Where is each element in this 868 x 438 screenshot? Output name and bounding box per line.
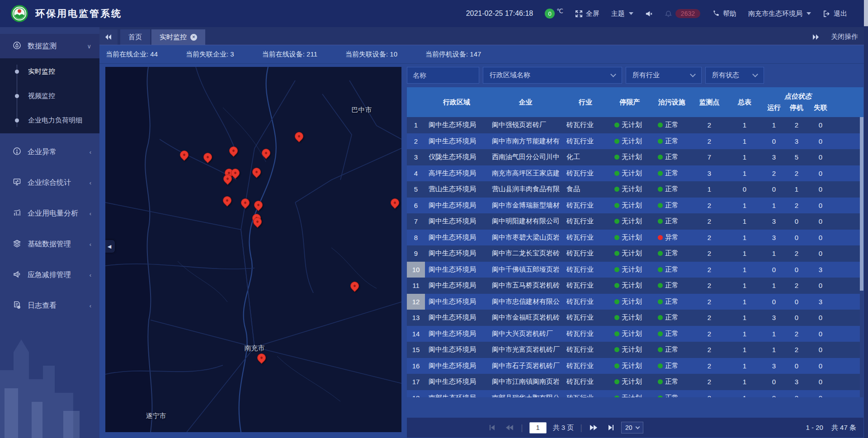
table-row[interactable]: 5 营山生态环境局 营山县润丰肉食品有限 食品 无计划 正常 1 0 0 1 0 [407, 181, 863, 198]
sidebar-item-label: 数据监测 [28, 42, 57, 51]
col-facility: 治污设施 [651, 87, 692, 117]
fullscreen-button[interactable]: 全屏 [575, 9, 599, 18]
table-row[interactable]: 15 阆中生态环境局 阆中市光富页岩机砖厂 砖瓦行业 无计划 正常 2 1 1 … [407, 342, 863, 358]
row-index: 16 [407, 358, 425, 374]
name-search-input[interactable] [407, 67, 479, 84]
status-select[interactable]: 所有状态 [705, 67, 764, 84]
table-row[interactable]: 12 阆中生态环境局 阆中市忠信建材有限公 砖瓦行业 无计划 正常 2 1 0 … [407, 294, 863, 310]
content-area: 巴中市南充市遂宁市 ◀ 行政区域名称 所有行业 所有状态 [99, 64, 868, 438]
row-halt: 5 [785, 153, 808, 161]
row-meter: 1 [726, 170, 763, 177]
notifications-button[interactable]: 2632 [665, 9, 700, 18]
sidebar-subitem[interactable]: 视频监控 [0, 84, 99, 108]
help-button[interactable]: 帮助 [712, 9, 736, 18]
table-row[interactable]: 8 阆中生态环境局 阆中市枣碧大梁山页岩 砖瓦行业 无计划 异常 2 1 3 0… [407, 230, 863, 246]
sidebar-item-7[interactable]: 日志查看 ‹ [0, 293, 99, 318]
table-row[interactable]: 2 阆中生态环境局 阆中市南方节能建材有 砖瓦行业 无计划 正常 2 1 0 3… [407, 133, 863, 150]
table-row[interactable]: 7 阆中生态环境局 阆中明阳建材有限公司 砖瓦行业 无计划 正常 2 1 3 0… [407, 213, 863, 230]
chevron-down-icon [629, 12, 633, 15]
page-number-input[interactable]: 1 [529, 422, 547, 433]
row-index: 14 [407, 326, 425, 342]
org-dropdown[interactable]: 南充市生态环境局 [748, 9, 811, 18]
row-facility-status: 正常 [651, 394, 692, 397]
status-dot-icon [658, 155, 663, 160]
alert-icon [13, 147, 21, 157]
logout-label: 退出 [834, 9, 847, 18]
table-row[interactable]: 6 阆中生态环境局 阆中市金博瑞新型墙材 砖瓦行业 无计划 正常 2 1 1 2… [407, 198, 863, 214]
table-scrollbar[interactable] [860, 117, 863, 397]
row-industry: 砖瓦行业 [563, 137, 608, 146]
table-row[interactable]: 13 阆中生态环境局 阆中市金福旺页岩机砖 砖瓦行业 无计划 正常 2 1 3 … [407, 310, 863, 326]
region-select-value: 行政区域名称 [490, 71, 530, 80]
page-scrollbar-thumb[interactable] [864, 0, 868, 26]
last-page-button[interactable] [605, 423, 615, 433]
table-row[interactable]: 10 阆中生态环境局 阆中千佛镇五郎垭页岩 砖瓦行业 无计划 正常 2 1 0 … [407, 262, 863, 278]
table-row[interactable]: 3 仪陇生态环境局 西南油气田分公司川中 化工 无计划 正常 7 1 3 5 0 [407, 149, 863, 165]
tab-首页[interactable]: 首页 [120, 29, 150, 45]
industry-select[interactable]: 所有行业 [626, 67, 702, 84]
region-select[interactable]: 行政区域名称 [483, 67, 622, 84]
table-scrollbar-thumb[interactable] [860, 117, 863, 291]
prev-page-button[interactable] [505, 423, 514, 433]
row-points: 2 [692, 394, 726, 397]
table-row[interactable]: 18 南部生态环境局 南部县瑞华土陶有限公 砖瓦行业 无计划 正常 2 1 0 … [407, 390, 863, 398]
sidebar-item-label: 企业异常 [28, 147, 57, 157]
col-run: 运行 [763, 104, 785, 112]
close-operations-button[interactable]: 关闭操作 [831, 33, 858, 41]
row-stop-status: 无计划 [608, 362, 651, 370]
sidebar-item-6[interactable]: 应急减排管理 ‹ [0, 263, 99, 287]
page-size-select[interactable]: 20 [621, 422, 643, 433]
sidebar-submenu: 实时监控视频监控企业电力负荷明细 [0, 58, 99, 133]
row-industry: 食品 [563, 185, 608, 193]
tab-实时监控[interactable]: 实时监控✕ [151, 29, 205, 45]
table-row[interactable]: 11 阆中生态环境局 阆中市五马桥页岩机砖 砖瓦行业 无计划 正常 2 1 1 … [407, 278, 863, 294]
row-company: 西南油气田分公司川中 [488, 153, 563, 161]
row-lost: 0 [808, 121, 833, 129]
row-facility-status: 正常 [651, 265, 692, 274]
next-page-button[interactable] [589, 423, 599, 433]
sidebar-item-5[interactable]: 基础数据管理 ‹ [0, 232, 99, 256]
row-halt: 3 [785, 137, 808, 145]
col-lost: 失联 [808, 104, 833, 112]
city-label-遂宁市: 遂宁市 [146, 412, 166, 420]
table-row[interactable]: 17 阆中生态环境局 阆中市江南镇阆南页岩 砖瓦行业 无计划 正常 2 1 0 … [407, 374, 863, 390]
logout-button[interactable]: 退出 [823, 9, 847, 18]
status-dot-icon [614, 379, 619, 384]
row-lost: 0 [808, 282, 833, 289]
row-lost: 0 [808, 202, 833, 209]
sidebar-item-2[interactable]: 企业异常 ‹ [0, 140, 99, 164]
table-row[interactable]: 4 高坪生态环境局 南充市高坪区王家店建 砖瓦行业 无计划 正常 3 1 2 2… [407, 165, 863, 182]
row-meter: 1 [726, 346, 763, 353]
row-industry: 砖瓦行业 [563, 233, 608, 242]
mute-button[interactable] [645, 10, 653, 18]
sidebar-subitem[interactable]: 企业电力负荷明细 [0, 108, 99, 132]
row-industry: 砖瓦行业 [563, 362, 608, 370]
sidebar-item-1[interactable]: 数据监测 ∨ [0, 34, 99, 58]
row-facility-status: 正常 [651, 169, 692, 178]
tab-close-icon[interactable]: ✕ [190, 34, 197, 41]
row-run: 0 [763, 137, 785, 145]
table-row[interactable]: 16 阆中生态环境局 阆中市石子页岩机砖厂 砖瓦行业 无计划 正常 2 1 3 … [407, 358, 863, 374]
table-row[interactable]: 1 阆中生态环境局 阆中强锐页岩砖厂 砖瓦行业 无计划 正常 2 1 1 2 0 [407, 117, 863, 133]
tabs-scroll-left-button[interactable] [99, 29, 118, 45]
sidebar-item-3[interactable]: 企业综合统计 ‹ [0, 170, 99, 195]
row-facility-status: 正常 [651, 201, 692, 210]
row-points: 2 [692, 250, 726, 257]
map-panel[interactable]: 巴中市南充市遂宁市 ◀ [105, 67, 401, 432]
double-chevron-right-icon[interactable] [813, 34, 819, 40]
sidebar-subitem[interactable]: 实时监控 [0, 59, 99, 84]
map-collapse-handle[interactable]: ◀ [105, 240, 115, 253]
sidebar-item-4[interactable]: 企业用电量分析 ‹ [0, 201, 99, 226]
row-facility-status: 正常 [651, 377, 692, 386]
row-lost: 0 [808, 394, 833, 397]
row-index: 17 [407, 374, 425, 390]
page-scrollbar[interactable] [864, 0, 868, 438]
theme-dropdown[interactable]: 主题 [611, 9, 633, 18]
row-company: 阆中市金福旺页岩机砖 [488, 313, 563, 322]
first-page-button[interactable] [488, 423, 498, 433]
table-row[interactable]: 9 阆中生态环境局 阆中市二龙长宝页岩砖 砖瓦行业 无计划 正常 2 1 1 2… [407, 245, 863, 262]
table-row[interactable]: 14 阆中生态环境局 阆中大兴页岩机砖厂 砖瓦行业 无计划 正常 2 1 1 2… [407, 326, 863, 342]
row-facility-status: 正常 [651, 313, 692, 322]
row-index: 6 [407, 198, 425, 214]
table-body: 1 阆中生态环境局 阆中强锐页岩砖厂 砖瓦行业 无计划 正常 2 1 1 2 0… [407, 117, 863, 397]
